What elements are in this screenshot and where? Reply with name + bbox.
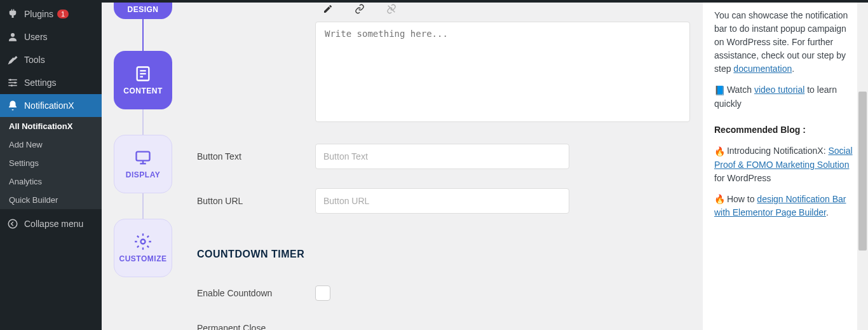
countdown-title: COUNTDOWN TIMER — [197, 249, 690, 260]
help-panel: You can showcase the notification bar to… — [703, 0, 868, 330]
submenu-settings[interactable]: Settings — [0, 154, 102, 172]
sidebar-item-label: Settings — [24, 78, 57, 88]
enable-countdown-row: Enable Countdown — [197, 285, 690, 301]
button-url-input[interactable] — [315, 188, 569, 214]
fire-icon: 🔥 — [714, 145, 724, 158]
content-icon — [134, 65, 152, 83]
help-video: 📘 Watch video tutorial to learn quickly — [714, 83, 857, 111]
svg-point-15 — [141, 240, 146, 244]
admin-sidebar: Plugins 1 Users Tools Settings Notificat… — [0, 0, 102, 330]
pencil-icon[interactable] — [322, 3, 334, 15]
sidebar-item-settings[interactable]: Settings — [0, 71, 102, 94]
collapse-label: Collapse menu — [24, 219, 83, 229]
button-text-label: Button Text — [197, 151, 315, 162]
sidebar-item-label: Users — [24, 32, 48, 42]
button-url-row: Button URL — [197, 188, 690, 214]
submenu-quick-builder[interactable]: Quick Builder — [0, 191, 102, 209]
collapse-menu[interactable]: Collapse menu — [0, 212, 102, 235]
step-label: DESIGN — [127, 5, 158, 14]
bell-icon — [6, 99, 19, 112]
svg-point-4 — [10, 79, 11, 81]
blog-2: 🔥 How to design Notification Bar with El… — [714, 193, 857, 220]
svg-point-7 — [8, 219, 17, 228]
sidebar-item-plugins[interactable]: Plugins 1 — [0, 3, 102, 25]
permanent-close-label: Permanent Close — [197, 323, 315, 330]
settings-icon — [6, 76, 19, 89]
fire-icon: 🔥 — [714, 193, 724, 206]
enable-countdown-label: Enable Countdown — [197, 288, 315, 298]
users-icon — [6, 31, 19, 43]
permanent-close-row: Permanent Close — [197, 323, 690, 330]
content-editor[interactable] — [315, 22, 690, 122]
step-label: CUSTOMIZE — [119, 254, 167, 263]
submenu-all-notificationx[interactable]: All NotificationX — [0, 117, 102, 135]
unlink-icon[interactable] — [385, 3, 398, 15]
sidebar-submenu: All NotificationX Add New Settings Analy… — [0, 117, 102, 209]
customize-icon — [134, 233, 152, 251]
button-text-row: Button Text — [197, 144, 690, 169]
step-content[interactable]: CONTENT — [114, 51, 172, 109]
svg-rect-12 — [137, 152, 150, 161]
step-label: CONTENT — [123, 86, 163, 95]
display-icon — [134, 149, 152, 167]
submenu-add-new[interactable]: Add New — [0, 135, 102, 154]
submenu-analytics[interactable]: Analytics — [0, 172, 102, 191]
scrollbar-thumb[interactable] — [858, 92, 867, 251]
plugin-icon — [6, 8, 19, 20]
svg-point-5 — [14, 82, 16, 84]
step-customize[interactable]: CUSTOMIZE — [114, 219, 172, 277]
sidebar-item-label: NotificationX — [24, 100, 74, 111]
recommended-title: Recommended Blog : — [714, 123, 857, 137]
sidebar-item-users[interactable]: Users — [0, 25, 102, 48]
enable-countdown-checkbox[interactable] — [315, 285, 330, 301]
video-tutorial-link[interactable]: video tutorial — [754, 85, 804, 95]
step-connector — [142, 193, 144, 219]
form-content: Button Text Button URL COUNTDOWN TIMER E… — [184, 0, 703, 330]
link-icon[interactable] — [353, 3, 366, 15]
blog-1: 🔥 Introducing NotificationX: Social Proo… — [714, 144, 857, 185]
svg-point-6 — [11, 85, 13, 86]
button-text-input[interactable] — [315, 144, 569, 169]
sidebar-item-tools[interactable]: Tools — [0, 48, 102, 71]
step-connector — [142, 109, 144, 135]
sidebar-item-notificationx[interactable]: NotificationX — [0, 94, 102, 117]
collapse-icon — [6, 217, 19, 230]
tools-icon — [6, 53, 19, 66]
editor-toolbar — [315, 0, 690, 22]
play-icon: 📘 — [714, 84, 724, 97]
sidebar-item-label: Tools — [24, 55, 45, 65]
step-connector — [142, 19, 144, 51]
admin-topbar — [0, 0, 868, 3]
button-url-label: Button URL — [197, 196, 315, 206]
help-intro: You can showcase the notification bar to… — [714, 9, 857, 76]
step-label: DISPLAY — [126, 170, 160, 179]
steps-column: DESIGN CONTENT DISPLAY CUSTOMIZE — [102, 0, 184, 330]
documentation-link[interactable]: documentation — [733, 64, 792, 74]
plugin-badge: 1 — [57, 10, 69, 18]
vertical-scrollbar[interactable] — [857, 3, 868, 330]
main-content: DESIGN CONTENT DISPLAY CUSTOMIZE — [102, 0, 868, 330]
step-design[interactable]: DESIGN — [114, 0, 172, 19]
step-display[interactable]: DISPLAY — [114, 135, 172, 193]
svg-point-0 — [11, 33, 15, 37]
sidebar-item-label: Plugins — [24, 9, 53, 19]
